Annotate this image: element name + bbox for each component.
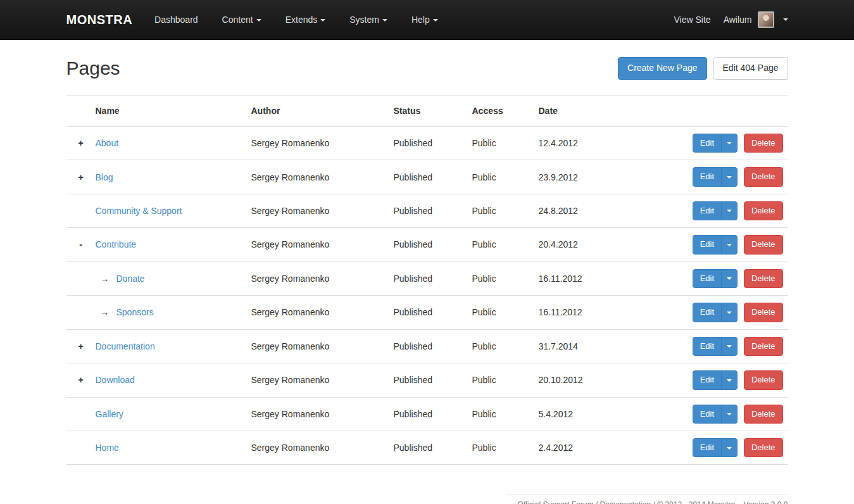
page-name-link[interactable]: Home: [96, 443, 119, 453]
row-author: Sergey Romanenko: [251, 160, 394, 194]
row-date: 20.10.2012: [539, 363, 687, 397]
nav-item-label: Extends: [286, 15, 318, 25]
documentation-link[interactable]: Documentation: [600, 500, 651, 504]
chevron-down-icon: [783, 18, 788, 21]
nav-item-help[interactable]: Help: [399, 0, 450, 40]
edit-dropdown-toggle[interactable]: [721, 134, 738, 153]
edit-button[interactable]: Edit: [693, 167, 722, 186]
edit-split-button: Edit: [693, 370, 738, 389]
header-expander: [66, 95, 96, 126]
support-forum-link[interactable]: Official Support Forum: [518, 500, 594, 504]
edit-button[interactable]: Edit: [693, 201, 722, 220]
edit-dropdown-toggle[interactable]: [721, 201, 738, 220]
edit-button[interactable]: Edit: [693, 269, 722, 288]
edit-dropdown-toggle[interactable]: [721, 303, 738, 322]
edit-button[interactable]: Edit: [693, 438, 722, 457]
edit-button[interactable]: Edit: [693, 134, 722, 153]
footer: Official Support Forum / Documentation /…: [506, 494, 788, 504]
nav-item-content[interactable]: Content: [210, 0, 273, 40]
edit-split-button: Edit: [693, 269, 738, 288]
edit-button[interactable]: Edit: [693, 370, 722, 389]
page-name-link[interactable]: Donate: [116, 274, 145, 284]
edit-404-page-button[interactable]: Edit 404 Page: [713, 57, 788, 80]
row-access: Public: [472, 296, 539, 329]
page-name-link[interactable]: Gallery: [96, 409, 123, 419]
edit-button[interactable]: Edit: [693, 303, 722, 322]
edit-button[interactable]: Edit: [693, 235, 722, 254]
caret-down-icon: [727, 379, 732, 382]
row-status: Published: [394, 228, 472, 261]
row-status: Published: [394, 329, 472, 363]
chevron-down-icon: [320, 19, 325, 22]
delete-button[interactable]: Delete: [744, 167, 783, 186]
edit-dropdown-toggle[interactable]: [721, 235, 738, 254]
row-date: 20.4.2012: [539, 228, 687, 261]
caret-down-icon: [727, 210, 732, 212]
row-date: 5.4.2012: [539, 397, 687, 431]
row-status: Published: [394, 363, 472, 397]
edit-dropdown-toggle[interactable]: [721, 370, 738, 389]
page-name-link[interactable]: Download: [96, 375, 135, 385]
edit-dropdown-toggle[interactable]: [721, 337, 738, 356]
edit-button[interactable]: Edit: [693, 405, 722, 424]
row-status: Published: [394, 194, 472, 227]
delete-button[interactable]: Delete: [744, 370, 783, 389]
caret-down-icon: [727, 345, 732, 348]
row-access: Public: [472, 194, 539, 227]
page-name-link[interactable]: Documentation: [96, 341, 155, 351]
row-author: Sergey Romanenko: [251, 228, 394, 261]
caret-down-icon: [727, 176, 732, 179]
expand-toggle[interactable]: +: [78, 138, 83, 148]
table-row: + Documentation Sergey Romanenko Publish…: [66, 329, 788, 363]
expand-toggle[interactable]: -: [79, 239, 82, 249]
top-navbar: MONSTRA Dashboard Content Extends System…: [0, 0, 854, 40]
nav-item-extends[interactable]: Extends: [273, 0, 338, 40]
create-new-page-button[interactable]: Create New Page: [618, 57, 707, 80]
page-name-link[interactable]: Contribute: [96, 239, 137, 249]
row-access: Public: [472, 363, 539, 397]
copyright-text: © 2012 - 2014 Monstra – Version 3.0.0: [657, 500, 788, 504]
page-name-link[interactable]: Community & Support: [96, 206, 182, 216]
row-date: 2.4.2012: [539, 431, 687, 464]
caret-down-icon: [727, 447, 732, 450]
delete-button[interactable]: Delete: [744, 438, 783, 457]
expand-toggle[interactable]: +: [78, 172, 83, 182]
edit-dropdown-toggle[interactable]: [721, 167, 738, 186]
header-actions: [687, 95, 788, 126]
delete-button[interactable]: Delete: [744, 134, 783, 153]
row-date: 12.4.2012: [539, 126, 687, 160]
expand-toggle[interactable]: +: [78, 375, 83, 385]
edit-dropdown-toggle[interactable]: [721, 405, 738, 424]
brand-logo[interactable]: MONSTRA: [66, 13, 133, 27]
row-status: Published: [394, 296, 472, 329]
header-status: Status: [394, 95, 472, 126]
edit-button[interactable]: Edit: [693, 337, 722, 356]
nav-item-system[interactable]: System: [337, 0, 399, 40]
table-row: →Donate Sergey Romanenko Published Publi…: [66, 261, 788, 295]
view-site-link[interactable]: View Site: [674, 15, 711, 25]
row-author: Sergey Romanenko: [251, 126, 394, 160]
delete-button[interactable]: Delete: [744, 235, 783, 254]
delete-button[interactable]: Delete: [744, 201, 783, 220]
nav-item-dashboard[interactable]: Dashboard: [142, 0, 210, 40]
delete-button[interactable]: Delete: [744, 303, 783, 322]
pages-table: Name Author Status Access Date + About S…: [66, 95, 788, 465]
page-name-link[interactable]: About: [96, 138, 119, 148]
expand-toggle[interactable]: +: [78, 341, 83, 351]
page-name-link[interactable]: Sponsors: [116, 307, 154, 317]
edit-dropdown-toggle[interactable]: [721, 438, 738, 457]
delete-button[interactable]: Delete: [744, 337, 783, 356]
pages-table-body: + About Sergey Romanenko Published Publi…: [66, 126, 788, 465]
caret-down-icon: [727, 312, 732, 314]
row-author: Sergey Romanenko: [251, 397, 394, 431]
header-author: Author: [251, 95, 394, 126]
row-access: Public: [472, 261, 539, 295]
edit-split-button: Edit: [693, 438, 738, 457]
page-name-link[interactable]: Blog: [96, 172, 113, 182]
edit-dropdown-toggle[interactable]: [721, 269, 738, 288]
delete-button[interactable]: Delete: [744, 269, 783, 288]
nav-item-label: System: [349, 15, 379, 25]
delete-button[interactable]: Delete: [744, 405, 783, 424]
user-menu[interactable]: Awilum: [724, 11, 788, 28]
header-name: Name: [96, 95, 251, 126]
